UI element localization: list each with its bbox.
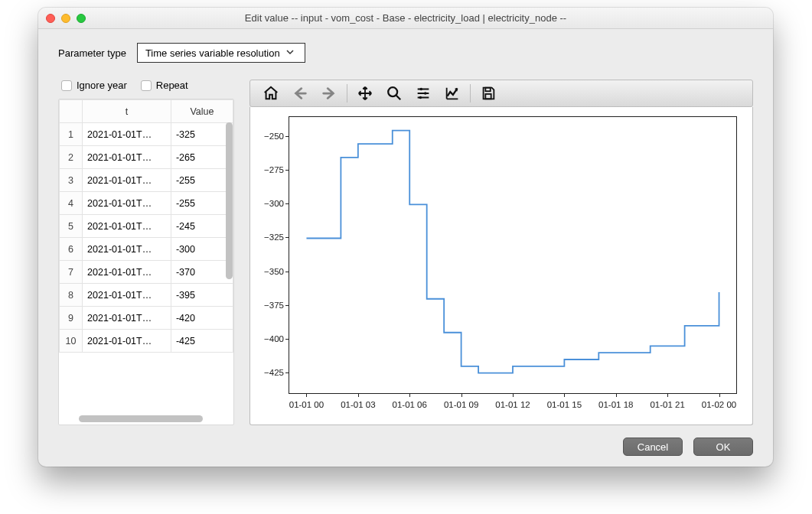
home-button[interactable] bbox=[256, 80, 285, 106]
cell-value[interactable]: -255 bbox=[171, 192, 233, 215]
cell-t[interactable]: 2021-01-01T… bbox=[83, 146, 171, 169]
table-row[interactable]: 92021-01-01T…-420 bbox=[60, 307, 233, 330]
table-row[interactable]: 32021-01-01T…-255 bbox=[60, 169, 233, 192]
table-row[interactable]: 102021-01-01T…-425 bbox=[60, 330, 233, 353]
row-header[interactable]: 9 bbox=[60, 307, 83, 330]
x-tick-label: 01-01 00 bbox=[289, 400, 324, 409]
parameter-type-label: Parameter type bbox=[58, 47, 126, 59]
axes-button[interactable] bbox=[438, 80, 467, 106]
cell-t[interactable]: 2021-01-01T… bbox=[83, 261, 171, 284]
col-header-value[interactable]: Value bbox=[171, 100, 233, 123]
cell-t[interactable]: 2021-01-01T… bbox=[83, 307, 171, 330]
x-tick-label: 01-01 21 bbox=[650, 400, 684, 409]
repeat-label: Repeat bbox=[156, 80, 188, 91]
cell-value[interactable]: -265 bbox=[171, 146, 233, 169]
table-row[interactable]: 62021-01-01T…-300 bbox=[60, 238, 233, 261]
table-row[interactable]: 42021-01-01T…-255 bbox=[60, 192, 233, 215]
horizontal-scrollbar[interactable] bbox=[79, 415, 224, 422]
row-header[interactable]: 6 bbox=[60, 238, 83, 261]
cell-t[interactable]: 2021-01-01T… bbox=[83, 330, 171, 353]
row-header[interactable]: 1 bbox=[60, 123, 83, 146]
table-row[interactable]: 22021-01-01T…-265 bbox=[60, 146, 233, 169]
checkbox-icon bbox=[141, 80, 152, 91]
cell-value[interactable]: -325 bbox=[171, 123, 233, 146]
cell-t[interactable]: 2021-01-01T… bbox=[83, 238, 171, 261]
dialog-body: Parameter type Time series variable reso… bbox=[38, 29, 773, 467]
right-panel: −250−275−300−325−350−375−400−425 01-01 0… bbox=[249, 80, 753, 425]
chart-area: −250−275−300−325−350−375−400−425 01-01 0… bbox=[249, 107, 753, 425]
cell-value[interactable]: -245 bbox=[171, 215, 233, 238]
content-row: Ignore year Repeat t V bbox=[58, 80, 753, 425]
toolbar-separator bbox=[470, 84, 471, 102]
cell-t[interactable]: 2021-01-01T… bbox=[83, 123, 171, 146]
titlebar: Edit value -- input - vom_cost - Base - … bbox=[38, 8, 773, 29]
cell-t[interactable]: 2021-01-01T… bbox=[83, 169, 171, 192]
zoom-button[interactable] bbox=[380, 80, 409, 106]
x-tick-label: 01-01 15 bbox=[547, 400, 582, 409]
y-tick-label: −350 bbox=[250, 267, 284, 276]
chevron-down-icon bbox=[286, 48, 294, 57]
x-tick-label: 01-01 03 bbox=[341, 400, 375, 409]
svg-rect-4 bbox=[485, 88, 490, 92]
row-header[interactable]: 10 bbox=[60, 330, 83, 353]
pan-button[interactable] bbox=[351, 80, 380, 106]
svg-point-0 bbox=[388, 87, 397, 96]
row-header[interactable]: 2 bbox=[60, 146, 83, 169]
svg-point-1 bbox=[419, 88, 422, 91]
svg-point-3 bbox=[419, 96, 422, 99]
x-tick-label: 01-02 00 bbox=[702, 400, 736, 409]
y-tick-label: −400 bbox=[250, 334, 284, 343]
table-row[interactable]: 12021-01-01T…-325 bbox=[60, 123, 233, 146]
cell-t[interactable]: 2021-01-01T… bbox=[83, 215, 171, 238]
cell-value[interactable]: -420 bbox=[171, 307, 233, 330]
table-corner bbox=[60, 100, 83, 123]
y-tick-label: −300 bbox=[250, 199, 284, 208]
row-header[interactable]: 5 bbox=[60, 215, 83, 238]
configure-button[interactable] bbox=[409, 80, 438, 106]
table-row[interactable]: 72021-01-01T…-370 bbox=[60, 261, 233, 284]
x-tick-label: 01-01 06 bbox=[393, 400, 427, 409]
y-tick-label: −375 bbox=[250, 301, 284, 310]
vertical-scrollbar[interactable] bbox=[226, 122, 233, 412]
data-table[interactable]: t Value 12021-01-01T…-32522021-01-01T…-2… bbox=[59, 99, 233, 353]
row-header[interactable]: 4 bbox=[60, 192, 83, 215]
window-title: Edit value -- input - vom_cost - Base - … bbox=[46, 12, 765, 24]
table-row[interactable]: 82021-01-01T…-395 bbox=[60, 284, 233, 307]
minimize-icon[interactable] bbox=[61, 14, 70, 23]
cell-t[interactable]: 2021-01-01T… bbox=[83, 284, 171, 307]
parameter-type-select[interactable]: Time series variable resolution bbox=[137, 43, 305, 63]
cell-t[interactable]: 2021-01-01T… bbox=[83, 192, 171, 215]
cell-value[interactable]: -255 bbox=[171, 169, 233, 192]
x-tick-label: 01-01 12 bbox=[495, 400, 530, 409]
cell-value[interactable]: -395 bbox=[171, 284, 233, 307]
cell-value[interactable]: -370 bbox=[171, 261, 233, 284]
cancel-button[interactable]: Cancel bbox=[623, 438, 683, 456]
zoom-icon[interactable] bbox=[77, 14, 86, 23]
table-row[interactable]: 52021-01-01T…-245 bbox=[60, 215, 233, 238]
repeat-checkbox[interactable]: Repeat bbox=[141, 80, 188, 91]
back-button[interactable] bbox=[285, 80, 315, 106]
cell-value[interactable]: -425 bbox=[171, 330, 233, 353]
col-header-t[interactable]: t bbox=[83, 100, 171, 123]
x-tick-label: 01-01 18 bbox=[598, 400, 633, 409]
y-tick-label: −425 bbox=[250, 368, 284, 377]
checkbox-icon bbox=[61, 80, 72, 91]
close-icon[interactable] bbox=[46, 14, 55, 23]
ok-button[interactable]: OK bbox=[693, 438, 753, 456]
parameter-type-row: Parameter type Time series variable reso… bbox=[58, 43, 753, 63]
save-button[interactable] bbox=[474, 80, 503, 106]
dialog-window: Edit value -- input - vom_cost - Base - … bbox=[38, 8, 773, 467]
cell-value[interactable]: -300 bbox=[171, 238, 233, 261]
checkbox-row: Ignore year Repeat bbox=[58, 80, 234, 91]
row-header[interactable]: 3 bbox=[60, 169, 83, 192]
chart-series bbox=[306, 131, 719, 373]
data-table-wrap: t Value 12021-01-01T…-32522021-01-01T…-2… bbox=[58, 99, 234, 425]
row-header[interactable]: 8 bbox=[60, 284, 83, 307]
svg-point-2 bbox=[424, 92, 427, 95]
forward-button[interactable] bbox=[315, 80, 344, 106]
ignore-year-checkbox[interactable]: Ignore year bbox=[61, 80, 127, 91]
plot-area[interactable] bbox=[289, 116, 737, 394]
toolbar-separator bbox=[347, 84, 347, 102]
plot-toolbar bbox=[249, 80, 753, 107]
row-header[interactable]: 7 bbox=[60, 261, 83, 284]
